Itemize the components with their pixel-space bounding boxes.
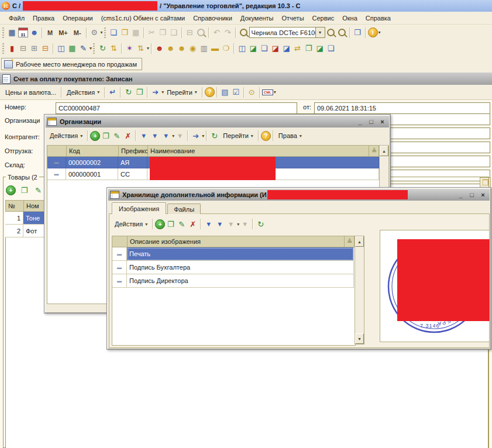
inbox-icon[interactable]: ◪ [270, 43, 281, 54]
search-icon[interactable] [238, 27, 249, 38]
coins-icon[interactable]: ◉ [187, 43, 198, 54]
maximize-button[interactable]: □ [467, 191, 477, 199]
signature-icon[interactable]: ✎ [78, 43, 89, 54]
filter-icon[interactable]: ▼ [203, 219, 214, 230]
toolbar-grip[interactable] [104, 27, 106, 38]
copy-row-icon[interactable]: ❐ [19, 185, 30, 196]
tab-images[interactable]: Изображения [112, 202, 166, 214]
document-blue-icon[interactable]: ❏ [325, 43, 336, 54]
post-document-icon[interactable]: ↵ [107, 87, 118, 98]
calendar-icon[interactable]: 31 [18, 27, 29, 38]
data-exchange-icon[interactable]: ↻ [97, 43, 108, 54]
menu-help[interactable]: Справка [362, 13, 395, 23]
money-transfer-icon[interactable]: ⇅ [108, 43, 119, 54]
document-money-icon[interactable]: ❐ [303, 43, 314, 54]
clear-filter-icon[interactable]: ▼ [239, 219, 250, 230]
vertical-scrollbar[interactable]: ▲ ▼ [355, 236, 364, 344]
save-icon[interactable]: ▦ [130, 27, 142, 38]
chevron-down-icon[interactable]: ▾ [147, 46, 149, 51]
menu-catalogs[interactable]: Справочники [189, 13, 236, 23]
task2-icon[interactable]: ◪ [314, 43, 325, 54]
edit-icon[interactable]: ✎ [111, 130, 122, 142]
chevron-down-icon[interactable]: ▾ [379, 30, 381, 35]
close-button[interactable]: × [478, 191, 488, 199]
printer-icon[interactable]: ⊟ [18, 43, 29, 54]
open-folder-icon[interactable]: ❐ [119, 27, 130, 38]
organizations-dialog-titlebar[interactable]: Организации _ □ × [46, 116, 389, 127]
add-icon[interactable]: + [90, 131, 100, 141]
copy-add-icon[interactable]: ❐ [165, 219, 176, 230]
filter-history-icon[interactable]: ▼ [225, 219, 236, 230]
edit-row-icon[interactable]: ✎ [33, 185, 44, 196]
find-next-icon[interactable] [325, 27, 336, 38]
customer-icon[interactable]: ☻ [176, 43, 187, 54]
go-icon[interactable]: ➔ [190, 130, 201, 142]
toolbar-grip[interactable] [2, 43, 4, 54]
supplier-icon[interactable]: ☻ [165, 43, 176, 54]
close-button[interactable]: × [377, 118, 387, 126]
sort-icon[interactable]: ≜ [369, 146, 379, 156]
new-document-icon[interactable]: ❏ [108, 27, 119, 38]
scroll-up-button[interactable]: ▲ [380, 146, 388, 156]
calculator-icon[interactable]: ▦ [6, 27, 18, 38]
actions-button[interactable]: Действия▾ [112, 220, 150, 228]
info-icon[interactable]: i [368, 27, 378, 37]
tab-files[interactable]: Файлы [167, 204, 201, 214]
checklist-icon[interactable]: ☑ [230, 87, 242, 98]
row-icon-column[interactable] [47, 146, 67, 156]
clients-icon[interactable]: ◫ [56, 43, 67, 54]
menu-operations[interactable]: Операции [59, 13, 97, 23]
cash-register-icon[interactable]: ▦ [67, 43, 78, 54]
chevron-down-icon[interactable]: ▾ [315, 27, 325, 37]
search-combobox[interactable]: Чернила DCTec F6100 ▾ [249, 27, 325, 38]
timer-icon[interactable]: ⊙ [246, 87, 257, 98]
image-row[interactable]: ▬ Подпись Директора [112, 274, 354, 288]
number-field[interactable]: СС000000487 [56, 102, 297, 114]
report-book-icon[interactable]: ▮ [6, 43, 18, 54]
cash-icon[interactable]: ▬ [209, 43, 221, 54]
document-person-icon[interactable]: ❏ [259, 43, 270, 54]
copy-add-icon[interactable]: ❐ [134, 87, 145, 98]
date-field[interactable]: 09.06.2021 18:31:15 [314, 102, 490, 114]
goods-col-number[interactable]: № [6, 201, 24, 211]
memory-button[interactable]: М [44, 29, 56, 36]
forward-icon[interactable]: ↷ [222, 27, 233, 38]
rights-button[interactable]: Права▾ [276, 132, 305, 140]
monitor-order-icon[interactable]: ◫ [236, 43, 247, 54]
filter-icon[interactable]: ▼ [138, 130, 149, 142]
menu-service[interactable]: Сервис [308, 13, 339, 23]
minimize-button[interactable]: _ [456, 191, 466, 199]
bank-icon[interactable]: ▥ [198, 43, 209, 54]
menu-edit[interactable]: Правка [29, 13, 59, 23]
image-row[interactable]: ▬ Подпись Бухгалтера [112, 261, 354, 274]
menu-site-exchange[interactable]: (cms1c.ru) Обмен с сайтами [97, 13, 189, 23]
refresh-icon[interactable]: ↻ [123, 87, 134, 98]
minimize-button[interactable]: _ [355, 118, 365, 126]
storage-dialog-titlebar[interactable]: Хранилище дополнительной информации (И _… [108, 189, 490, 201]
cut-icon[interactable]: ✂ [146, 27, 157, 38]
assistant-wizard-icon[interactable]: ✶ [124, 43, 135, 54]
chevron-down-icon[interactable]: ▾ [274, 89, 276, 95]
add-row-icon[interactable]: + [6, 185, 16, 195]
window-list-icon[interactable]: ❒ [352, 27, 363, 38]
coin-exchange-icon[interactable]: ⇄ [292, 43, 303, 54]
print-form-icon[interactable]: ⊟ [40, 43, 51, 54]
menu-documents[interactable]: Документы [236, 13, 278, 23]
filter-history-icon[interactable]: ▼ [160, 130, 171, 142]
copy-icon[interactable]: ❐ [157, 27, 168, 38]
refresh-icon[interactable]: ↻ [209, 130, 220, 142]
list-settings-icon[interactable]: ▤ [219, 87, 230, 98]
add-icon[interactable]: + [155, 219, 165, 229]
delete-icon[interactable]: ✗ [187, 219, 198, 230]
menu-windows[interactable]: Окна [338, 13, 362, 23]
filter-settings-icon[interactable]: ▼ [149, 130, 160, 142]
refresh-icon[interactable]: ↻ [255, 219, 266, 230]
memory-minus-button[interactable]: М- [71, 29, 84, 36]
actions-button[interactable]: Действия▾ [64, 88, 102, 97]
menu-file[interactable]: Файл [5, 13, 29, 23]
sort-icon[interactable]: ≜ [345, 236, 354, 247]
goto-button[interactable]: Перейти▾ [220, 132, 256, 140]
goto-button[interactable]: Перейти▾ [164, 88, 200, 97]
go-icon[interactable]: ➔ [150, 87, 161, 98]
task-icon[interactable]: ◪ [247, 43, 259, 54]
